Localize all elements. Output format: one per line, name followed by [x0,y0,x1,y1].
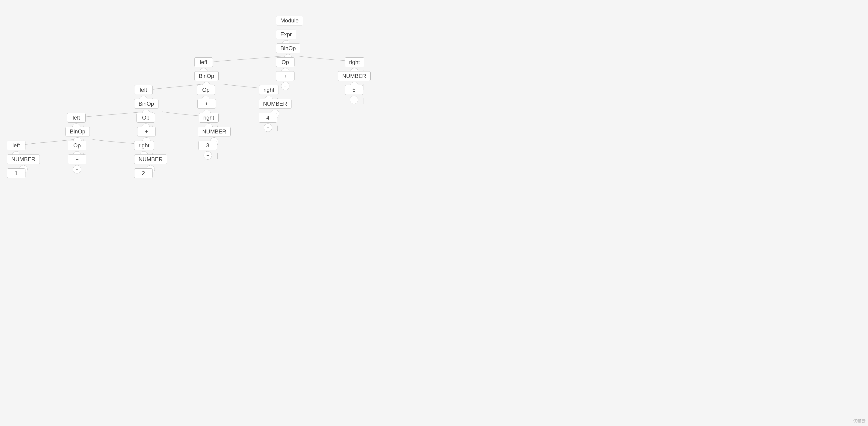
number2box-box: NUMBER [134,155,167,164]
binop2-box: BinOp [194,71,219,81]
watermark: 优猫云 [853,418,866,424]
tree-diagram: Module Expr − BinOp − left − Op − right … [0,0,868,426]
node-val4: 4 − [259,113,277,132]
val5-box: 5 [345,85,363,95]
val3-circle: − [204,151,212,160]
node-module: Module [276,16,303,26]
val3-box: 3 [198,141,217,150]
left2-box: left [134,85,153,95]
number1box-box: NUMBER [7,155,40,164]
right3-box: right [199,113,219,123]
plus3-box: + [137,127,156,136]
val4-box: 4 [259,113,277,123]
binop1-box: BinOp [276,43,300,53]
op4-box: Op [68,141,86,150]
module-box: Module [276,16,303,26]
op2-box: Op [197,85,215,95]
right1-box: right [345,57,364,67]
plus2-box: + [197,99,216,109]
left1-box: left [194,57,213,67]
node-val3: 3 − [198,141,217,160]
val4-circle: − [264,124,272,132]
number5box-box: NUMBER [338,71,371,81]
right4-box: right [134,141,154,150]
node-val5: 5 − [345,85,363,104]
plus4-box: + [68,155,86,164]
plus1-circle: − [281,82,289,90]
node-plus4: + − [68,155,86,173]
binop3-box: BinOp [134,99,158,109]
binop4-box: BinOp [65,127,90,136]
left3-box: left [67,113,86,123]
number4box-box: NUMBER [259,99,291,109]
right2-box: right [259,85,279,95]
left4-box: left [7,141,26,150]
val2-box: 2 [134,168,153,178]
plus4-circle: − [73,165,81,173]
node-val1: 1 [7,168,26,178]
node-val2: 2 [134,168,153,178]
plus1-box: + [276,71,294,81]
op3-box: Op [136,113,155,123]
tree-connections [0,0,868,426]
val5-circle: − [350,96,358,104]
node-plus1: + − [276,71,294,90]
val1-box: 1 [7,168,26,178]
op1-box: Op [276,57,294,67]
number3box-box: NUMBER [198,127,231,136]
expr-box: Expr [276,30,296,39]
